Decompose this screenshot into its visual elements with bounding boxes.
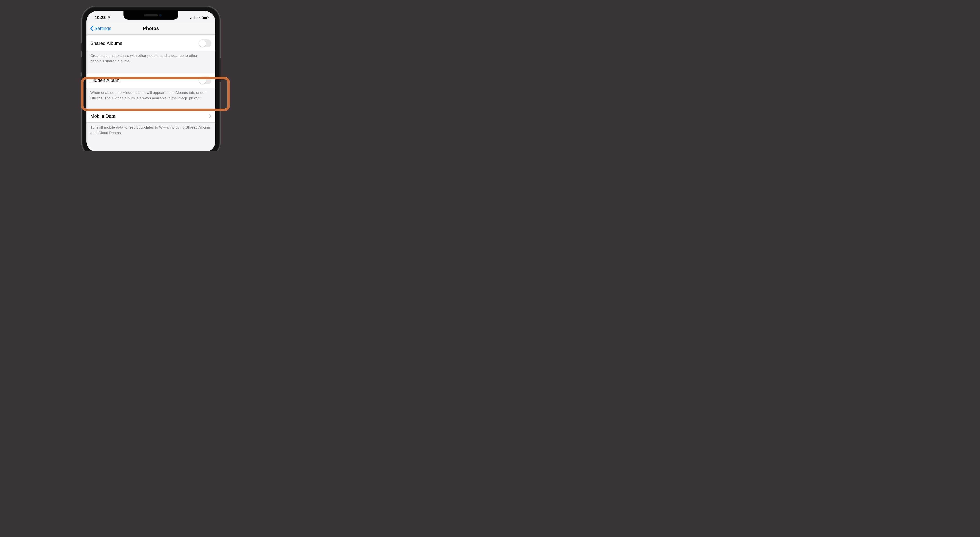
power-button xyxy=(220,58,221,82)
svg-rect-2 xyxy=(208,17,209,18)
phone-screen: 10:23 xyxy=(86,11,215,151)
phone-device-frame: 10:23 xyxy=(82,7,220,151)
settings-list: Shared Albums Create albums to share wit… xyxy=(86,35,215,139)
shared-albums-footer: Create albums to share with other people… xyxy=(86,51,215,68)
status-time: 10:23 xyxy=(95,15,106,20)
shared-albums-row[interactable]: Shared Albums xyxy=(86,36,215,51)
toggle-knob xyxy=(199,77,206,84)
cellular-signal-icon xyxy=(190,16,195,19)
back-label: Settings xyxy=(94,26,111,31)
hidden-album-label: Hidden Album xyxy=(91,78,119,83)
wifi-icon xyxy=(196,16,200,19)
hidden-album-footer: When enabled, the Hidden album will appe… xyxy=(86,88,215,105)
mobile-data-row[interactable]: Mobile Data xyxy=(86,110,215,123)
volume-up-button xyxy=(81,57,82,73)
location-arrow-icon xyxy=(107,15,111,20)
battery-icon xyxy=(202,16,209,19)
display-notch xyxy=(124,11,178,20)
svg-rect-1 xyxy=(203,17,207,19)
earpiece-speaker xyxy=(144,14,158,16)
mobile-data-footer: Turn off mobile data to restrict updates… xyxy=(86,123,215,139)
hidden-album-row[interactable]: Hidden Album xyxy=(86,73,215,88)
silence-switch xyxy=(81,43,82,51)
navigation-bar: Settings Photos xyxy=(86,22,215,35)
volume-down-button xyxy=(81,76,82,92)
mobile-data-label: Mobile Data xyxy=(91,113,115,119)
back-button[interactable]: Settings xyxy=(90,26,111,31)
shared-albums-label: Shared Albums xyxy=(91,41,122,46)
chevron-left-icon xyxy=(90,26,94,31)
toggle-knob xyxy=(199,40,206,47)
chevron-right-icon xyxy=(209,114,212,119)
front-camera xyxy=(159,14,162,17)
hidden-album-toggle[interactable] xyxy=(199,76,212,84)
shared-albums-toggle[interactable] xyxy=(199,40,212,47)
